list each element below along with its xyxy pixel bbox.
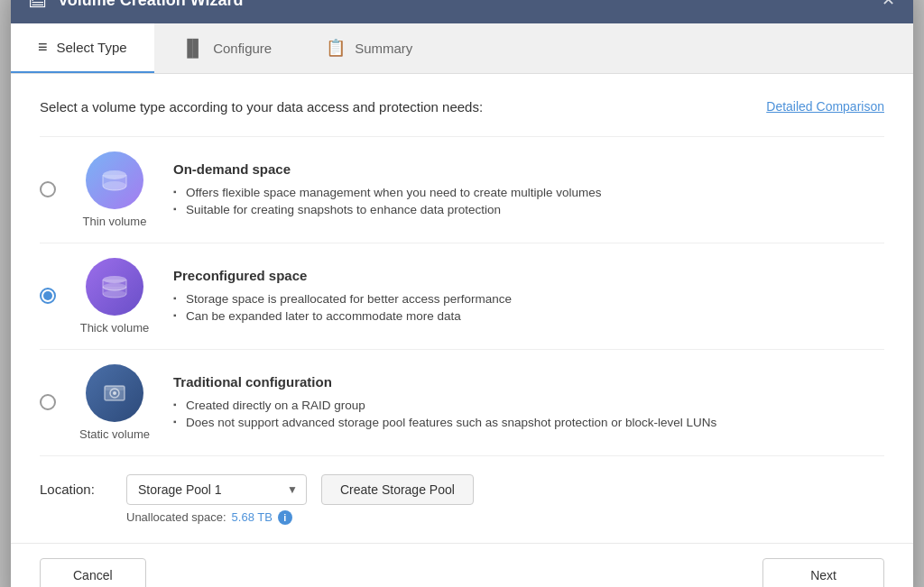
- step-configure-label: Configure: [213, 41, 272, 56]
- svg-point-4: [103, 290, 126, 298]
- thick-radio-inner: [43, 291, 52, 300]
- static-volume-desc: Traditional configuration Created direct…: [173, 374, 884, 431]
- create-storage-pool-button[interactable]: Create Storage Pool: [321, 474, 474, 505]
- svg-point-7: [113, 391, 116, 395]
- thin-volume-bullets: Offers flexible space management when yo…: [173, 184, 884, 218]
- select-type-icon: ≡: [38, 38, 48, 57]
- static-disk-svg: [98, 377, 131, 409]
- volume-options: Thin volume On-demand space Offers flexi…: [40, 136, 884, 456]
- wizard-icon: 🖴: [29, 0, 47, 11]
- dialog-title: Volume Creation Wizard: [58, 0, 244, 10]
- next-button[interactable]: Next: [762, 558, 884, 588]
- thick-volume-bullets: Storage space is preallocated for better…: [173, 290, 884, 325]
- step-summary-label: Summary: [355, 41, 412, 56]
- thick-volume-title: Preconfigured space: [173, 268, 884, 283]
- close-button[interactable]: ✕: [882, 0, 895, 8]
- thick-volume-label: Thick volume: [80, 321, 150, 335]
- step-summary[interactable]: 📋 Summary: [299, 23, 439, 73]
- static-volume-icon-wrap: Static volume: [74, 364, 155, 441]
- thin-volume-option[interactable]: Thin volume On-demand space Offers flexi…: [40, 136, 884, 243]
- thick-volume-radio[interactable]: [40, 288, 56, 304]
- location-select[interactable]: Storage Pool 1 Storage Pool 2: [126, 474, 307, 505]
- main-content: Select a volume type according to your d…: [11, 74, 913, 543]
- thin-bullet-1: Offers flexible space management when yo…: [173, 184, 884, 201]
- thin-volume-icon: [86, 151, 143, 209]
- thin-volume-label: Thin volume: [83, 215, 147, 228]
- static-volume-icon: [86, 364, 143, 422]
- thick-volume-option[interactable]: Thick volume Preconfigured space Storage…: [40, 243, 884, 350]
- static-bullet-2: Does not support advanced storage pool f…: [173, 414, 884, 431]
- thick-volume-icon: [86, 258, 143, 316]
- thick-bullet-1: Storage space is preallocated for better…: [173, 290, 884, 307]
- thick-volume-icon-wrap: Thick volume: [74, 258, 155, 335]
- section-title: Select a volume type according to your d…: [40, 99, 483, 115]
- static-volume-title: Traditional configuration: [173, 374, 884, 390]
- thick-bullet-2: Can be expanded later to accommodate mor…: [173, 307, 884, 325]
- step-select-type[interactable]: ≡ Select Type: [11, 23, 154, 73]
- location-row: Location: Storage Pool 1 Storage Pool 2 …: [40, 474, 884, 505]
- thick-volume-desc: Preconfigured space Storage space is pre…: [173, 268, 884, 325]
- static-volume-bullets: Created directly on a RAID group Does no…: [173, 397, 884, 431]
- static-volume-label: Static volume: [79, 427, 150, 441]
- summary-icon: 📋: [326, 38, 346, 58]
- title-bar: 🖴 Volume Creation Wizard ✕: [11, 0, 913, 23]
- thick-disk-svg: [98, 271, 131, 303]
- unallocated-label: Unallocated space:: [126, 510, 226, 524]
- steps-bar: ≡ Select Type ▐▌ Configure 📋 Summary: [11, 23, 913, 74]
- configure-icon: ▐▌: [181, 39, 205, 58]
- unallocated-row: Unallocated space: 5.68 TB i: [126, 510, 884, 525]
- step-select-type-label: Select Type: [57, 40, 127, 55]
- location-label: Location:: [40, 482, 112, 497]
- thin-disk-svg: [98, 164, 131, 197]
- thin-volume-icon-wrap: Thin volume: [74, 151, 155, 228]
- thin-volume-desc: On-demand space Offers flexible space ma…: [173, 161, 884, 218]
- volume-creation-wizard: 🖴 Volume Creation Wizard ✕ ≡ Select Type…: [11, 0, 913, 587]
- unallocated-value: 5.68 TB: [232, 510, 273, 524]
- thin-volume-title: On-demand space: [173, 161, 884, 177]
- svg-rect-8: [105, 386, 125, 390]
- svg-point-1: [103, 181, 126, 190]
- cancel-button[interactable]: Cancel: [40, 558, 146, 588]
- title-bar-left: 🖴 Volume Creation Wizard: [29, 0, 244, 11]
- static-volume-radio[interactable]: [40, 394, 56, 410]
- static-volume-option[interactable]: Static volume Traditional configuration …: [40, 350, 884, 456]
- section-header: Select a volume type according to your d…: [40, 99, 884, 115]
- step-configure[interactable]: ▐▌ Configure: [154, 23, 300, 73]
- info-icon[interactable]: i: [278, 510, 292, 525]
- detailed-comparison-link[interactable]: Detailed Comparison: [766, 99, 884, 114]
- location-select-wrap: Storage Pool 1 Storage Pool 2 ▼: [126, 474, 307, 505]
- thin-bullet-2: Suitable for creating snapshots to enhan…: [173, 201, 884, 218]
- thin-volume-radio[interactable]: [40, 181, 56, 197]
- static-bullet-1: Created directly on a RAID group: [173, 397, 884, 414]
- dialog-footer: Cancel Next: [11, 543, 913, 588]
